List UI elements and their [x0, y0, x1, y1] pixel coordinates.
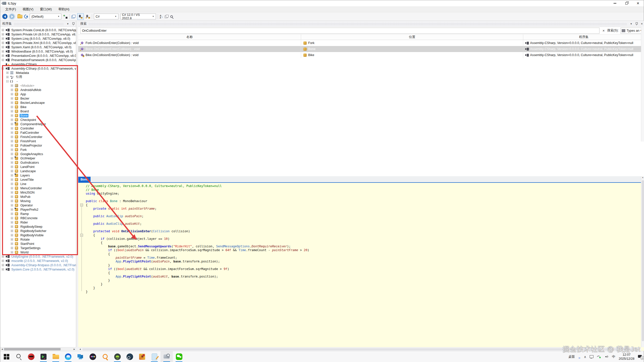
pin-icon[interactable]: [635, 22, 638, 25]
taskbar-icon-notepad[interactable]: [148, 351, 160, 362]
panel-menu-icon[interactable]: ▼: [630, 23, 632, 25]
scroll-left-icon[interactable]: ◄: [79, 348, 81, 350]
tree-expander-icon[interactable]: +: [11, 110, 13, 112]
tree-item-presentationframework-8-0-0-0-netcoreapp-v8-0[interactable]: +PresentationFramework (8.0.0.0, .NETCor…: [0, 58, 76, 62]
close-button[interactable]: ×: [632, 0, 644, 6]
tree-expander-icon[interactable]: +: [2, 42, 4, 44]
tree-expander-icon[interactable]: +: [11, 247, 13, 249]
tree-item-assembly-csharp[interactable]: Assembly-CSharp: [0, 62, 76, 66]
tree-expander-icon[interactable]: +: [11, 213, 13, 215]
tree-expander-icon[interactable]: +: [2, 264, 4, 266]
tree-item-rigidbodyswitcher[interactable]: +RigidbodySwitcher: [0, 229, 76, 233]
tree-expander-icon[interactable]: +: [2, 29, 4, 31]
tree-expander-icon[interactable]: +: [11, 170, 13, 172]
tree-expander-icon[interactable]: +: [11, 191, 13, 194]
tree-item-presentationcore-8-0-0-0-netcoreapp-v8-0[interactable]: +PresentationCore (8.0.0.0, .NETCoreApp,…: [0, 54, 76, 58]
tree-item-fork[interactable]: +Fork: [0, 148, 76, 152]
scroll-right-icon[interactable]: ►: [73, 348, 75, 350]
search-input[interactable]: [80, 28, 599, 34]
tree-expander-icon[interactable]: +: [11, 161, 13, 164]
tree-item-googleanaylitcs[interactable]: +GoogleAnaylitcs: [0, 152, 76, 156]
tree-expander-icon[interactable]: −: [6, 80, 9, 82]
tree-item-landpoint[interactable]: +LandPoint: [0, 165, 76, 169]
tree-expander-icon[interactable]: +: [11, 131, 13, 134]
tree-expander-icon[interactable]: +: [11, 157, 13, 159]
taskbar-icon-edge[interactable]: [62, 351, 74, 362]
tree-item-menucontroller[interactable]: +MenuController: [0, 186, 76, 190]
tree-expander-icon[interactable]: +: [11, 84, 13, 87]
menu-view[interactable]: 视图(V): [20, 6, 36, 12]
tree-item-guihelper[interactable]: +GUIHelper: [0, 156, 76, 160]
column-header-assembly[interactable]: 程序集: [523, 34, 644, 40]
tree-item-checkpoint[interactable]: +Checkpoint: [0, 118, 76, 122]
fold-collapse-icon[interactable]: −: [80, 234, 83, 237]
tree-expander-icon[interactable]: +: [11, 102, 13, 104]
tree-expander-icon[interactable]: +: [11, 221, 13, 223]
tree-expander-icon[interactable]: +: [11, 196, 13, 198]
tree-item-line[interactable]: +Line: [0, 182, 76, 186]
tree-expander-icon[interactable]: +: [11, 187, 13, 189]
tree-expander-icon[interactable]: +: [11, 93, 13, 95]
menu-window[interactable]: 窗口(W): [37, 6, 55, 12]
taskbar-icon-vmware[interactable]: [74, 351, 87, 362]
tree-item-playerprefs2[interactable]: +PlayerPrefs2: [0, 207, 76, 212]
search-result-row[interactable]: Bone.OnCollisionEnter(Collision) : voidB…: [78, 46, 644, 52]
menu-help[interactable]: 帮助(H): [55, 6, 72, 12]
language-version-dropdown[interactable]: C# 12.0 / VS 2022.8 ▼: [120, 14, 156, 19]
tree-expander-icon[interactable]: +: [2, 33, 4, 35]
tree-expander-icon[interactable]: +: [11, 251, 13, 253]
tree-item-rider[interactable]: +Rider: [0, 220, 76, 224]
back-button[interactable]: [2, 14, 8, 19]
open-file-button[interactable]: [17, 15, 22, 18]
tree-item-system-linq-8-0-0-0-netcoreapp-v8-0[interactable]: +System.Linq (8.0.0.0, .NETCoreApp, v8.0…: [0, 36, 76, 41]
tree-item-module[interactable]: +<Module>: [0, 83, 76, 88]
open-new-tab-button[interactable]: [71, 15, 75, 18]
notification-center-icon[interactable]: 1: [638, 355, 642, 358]
scroll-left-icon[interactable]: ◄: [1, 348, 3, 350]
search-result-row[interactable]: Bike.OnCollisionEnter(Collision) : voidB…: [78, 52, 644, 58]
hscroll-thumb[interactable]: [82, 348, 637, 350]
tree-expander-icon[interactable]: +: [2, 260, 4, 262]
tree-item-bike[interactable]: +Bike: [0, 105, 76, 109]
tree-item-rbconcrete[interactable]: +RBConcrete: [0, 216, 76, 220]
tree-expander-icon[interactable]: +: [2, 37, 4, 40]
tree-item-windowsbase-8-0-0-0-netcoreapp-v8-0[interactable]: +WindowsBase (8.0.0.0, .NETCoreApp, v8.0…: [0, 49, 76, 54]
tree-item-followprojector[interactable]: +FollowProjector: [0, 143, 76, 148]
desktop-toolbar-label[interactable]: 桌面: [568, 354, 575, 359]
tree-expander-icon[interactable]: +: [2, 59, 4, 61]
pin-icon[interactable]: [72, 22, 74, 25]
tree-item-bone[interactable]: +Bone: [0, 113, 76, 118]
tree-item-androidadmob[interactable]: +AndroidAdMob: [0, 88, 76, 92]
toolbar-chevron-icon[interactable]: »: [578, 356, 580, 360]
panel-splitter[interactable]: [76, 21, 78, 351]
vscroll-thumb[interactable]: [642, 180, 644, 341]
network-icon[interactable]: [590, 355, 593, 358]
tree-expander-icon[interactable]: +: [11, 136, 13, 138]
tree-item-rotate[interactable]: +Rotate: [0, 237, 76, 242]
tree-item-board[interactable]: +Board: [0, 109, 76, 113]
taskbar-icon-start[interactable]: [0, 351, 13, 362]
hidden-icons-button[interactable]: ∧: [584, 355, 586, 359]
tree-item-system-private-corelib-8-0-0-0-netcoreapp-v8-0[interactable]: +System.Private.CoreLib (8.0.0.0, .NETCo…: [0, 28, 76, 32]
taskbar-icon-jadx[interactable]: [87, 351, 99, 362]
taskbar-icon-search[interactable]: [13, 351, 25, 362]
tree-expander-icon[interactable]: +: [2, 268, 4, 270]
tree-expander-icon[interactable]: +: [11, 153, 13, 155]
panel-menu-icon[interactable]: ▼: [67, 23, 69, 25]
tree-item-system-private-uri-8-0-0-0-netcoreapp-v8-0[interactable]: +System.Private.Uri (8.0.0.0, .NETCoreAp…: [0, 32, 76, 36]
tree-expander-icon[interactable]: +: [11, 89, 13, 91]
tree-item-mopub[interactable]: +MoPub: [0, 195, 76, 199]
tree-expander-icon[interactable]: −: [2, 67, 4, 70]
tree-expander-icon[interactable]: +: [2, 50, 4, 53]
tree-item-unityengine-0-0-0-0-netframework-v2-0[interactable]: +UnityEngine (0.0.0.0, .NETFramework, v2…: [0, 254, 76, 259]
tree-expander-icon[interactable]: +: [2, 55, 4, 57]
search-result-row[interactable]: Fork.OnCollisionEnter(Collision) : voidF…: [78, 40, 644, 46]
taskbar-icon-explorer[interactable]: [50, 351, 62, 362]
restore-button[interactable]: [621, 0, 632, 6]
tree-item-rigidbodyvisible[interactable]: +RigidbodyVisible: [0, 233, 76, 237]
tree-item-system-core-2-0-5-0-netframework-v2-0[interactable]: +System.Core (2.0.5.0, .NETFramework, v2…: [0, 267, 76, 272]
tree-expander-icon[interactable]: +: [11, 149, 13, 151]
minimize-button[interactable]: [609, 0, 621, 6]
search-vscrollbar[interactable]: [641, 26, 644, 142]
tree-item-operator[interactable]: +Operator: [0, 203, 76, 207]
